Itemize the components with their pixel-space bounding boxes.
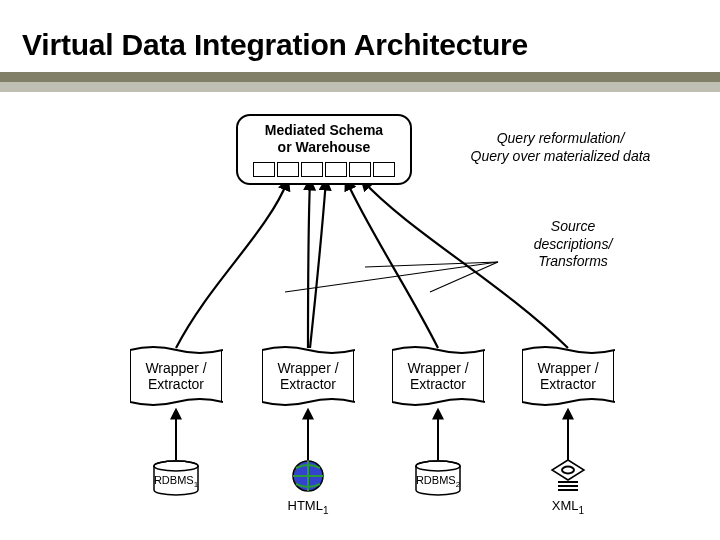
mediated-schema-box: Mediated Schema or Warehouse bbox=[236, 114, 412, 185]
source-descriptions-note: Source descriptions/ Transforms bbox=[498, 218, 648, 271]
globe-icon bbox=[290, 458, 326, 494]
wrapper-label: Extractor bbox=[267, 376, 349, 392]
source-rdbms-2: RDBMS2 bbox=[400, 460, 476, 496]
note-line: Source bbox=[498, 218, 648, 236]
wrapper-extractor-1: Wrapper / Extractor bbox=[130, 350, 222, 402]
source-html-1: HTML1 bbox=[272, 458, 344, 516]
wrapper-label: Extractor bbox=[397, 376, 479, 392]
divider bbox=[0, 72, 720, 92]
svg-line-2 bbox=[285, 262, 498, 292]
query-reformulation-note: Query reformulation/ Query over material… bbox=[448, 130, 673, 165]
wrapper-label: Extractor bbox=[527, 376, 609, 392]
note-line: descriptions/ bbox=[498, 236, 648, 254]
architecture-diagram: Mediated Schema or Warehouse Query refor… bbox=[0, 92, 720, 532]
note-line: Query over materialized data bbox=[448, 148, 673, 166]
source-label: XML1 bbox=[530, 498, 606, 516]
document-icon bbox=[548, 458, 588, 494]
note-line: Transforms bbox=[498, 253, 648, 271]
wrapper-extractor-3: Wrapper / Extractor bbox=[392, 350, 484, 402]
page-title: Virtual Data Integration Architecture bbox=[0, 0, 720, 72]
svg-line-0 bbox=[430, 262, 498, 292]
wrapper-label: Wrapper / bbox=[527, 360, 609, 376]
schema-cells bbox=[246, 162, 402, 177]
schema-cell bbox=[253, 162, 275, 177]
wrapper-extractor-4: Wrapper / Extractor bbox=[522, 350, 614, 402]
svg-line-1 bbox=[365, 262, 498, 267]
schema-label-line2: or Warehouse bbox=[246, 139, 402, 156]
wrapper-label: Wrapper / bbox=[267, 360, 349, 376]
schema-label-line1: Mediated Schema bbox=[246, 122, 402, 139]
source-xml-1: XML1 bbox=[530, 458, 606, 516]
wrapper-extractor-2: Wrapper / Extractor bbox=[262, 350, 354, 402]
database-icon: RDBMS2 bbox=[412, 460, 464, 496]
schema-cell bbox=[349, 162, 371, 177]
schema-cell bbox=[325, 162, 347, 177]
schema-cell bbox=[301, 162, 323, 177]
database-icon: RDBMS1 bbox=[150, 460, 202, 496]
wrapper-label: Extractor bbox=[135, 376, 217, 392]
wrapper-label: Wrapper / bbox=[135, 360, 217, 376]
schema-cell bbox=[277, 162, 299, 177]
schema-cell bbox=[373, 162, 395, 177]
source-label: HTML1 bbox=[272, 498, 344, 516]
source-rdbms-1: RDBMS1 bbox=[138, 460, 214, 496]
wrapper-label: Wrapper / bbox=[397, 360, 479, 376]
note-line: Query reformulation/ bbox=[448, 130, 673, 148]
